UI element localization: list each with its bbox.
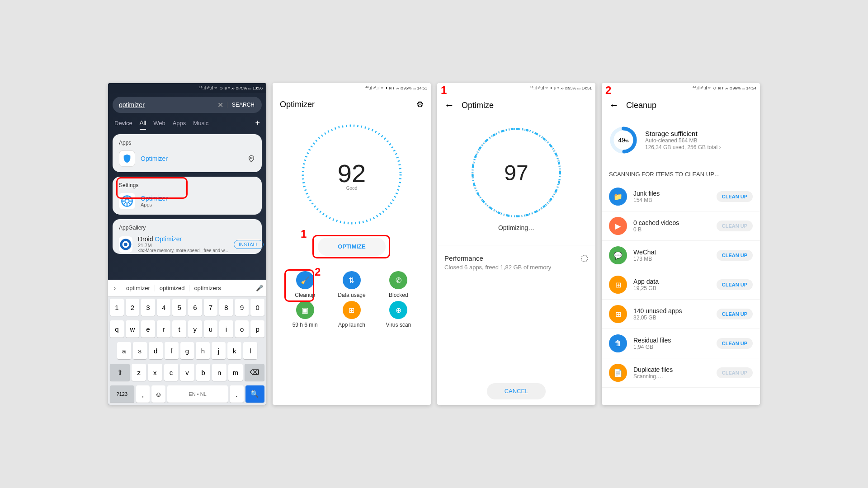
suggestion-expand-icon[interactable]: › <box>108 285 122 291</box>
key-m[interactable]: m <box>228 364 243 381</box>
tab-apps[interactable]: Apps <box>173 117 186 129</box>
cleanup-item-name: Duplicate files <box>633 366 710 373</box>
suggestion-1[interactable]: optimizer <box>122 285 155 291</box>
key-⌫[interactable]: ⌫ <box>245 364 264 381</box>
key-sym[interactable]: ?123 <box>110 385 134 403</box>
suggestion-2[interactable]: optimized <box>155 285 189 291</box>
cleanup-button[interactable]: CLEAN UP <box>717 338 753 349</box>
key-w[interactable]: w <box>126 320 140 338</box>
screen-search: ⁴⁶.ıl ³⁶.ıl ᯤ ⟳ ℕ ⚲ ᨃ ⊡75% ▭ 13:56 optim… <box>108 83 266 405</box>
tool-data-usage[interactable]: ⇅Data usage <box>328 271 375 298</box>
cleanup-item[interactable]: 💬 WeChat 173 MB CLEAN UP <box>602 241 760 270</box>
tool-59-h-6-min[interactable]: ▣59 h 6 min <box>282 301 328 328</box>
key-e[interactable]: e <box>141 320 155 338</box>
key-t[interactable]: t <box>172 320 186 338</box>
tool-icon: ⊞ <box>343 301 361 319</box>
key-9[interactable]: 9 <box>235 299 249 316</box>
key-6[interactable]: 6 <box>188 299 202 316</box>
key-p[interactable]: p <box>250 320 264 338</box>
droid-optimizer-row[interactable]: Droid Optimizer 21.7M <b>More memory, mo… <box>119 235 255 253</box>
key-2[interactable]: 2 <box>126 299 140 316</box>
tab-device[interactable]: Device <box>114 117 132 129</box>
install-button[interactable]: INSTALL <box>234 240 264 249</box>
cleanup-button[interactable]: CLEAN UP <box>717 279 753 290</box>
cleanup-item[interactable]: 📄 Duplicate files Scanning…. CLEAN UP <box>602 358 760 388</box>
cleanup-button[interactable]: CLEAN UP <box>717 309 753 319</box>
key-h[interactable]: h <box>196 342 210 359</box>
key-x[interactable]: x <box>148 364 162 381</box>
key-k[interactable]: k <box>227 342 241 359</box>
key-q[interactable]: q <box>110 320 124 338</box>
key-1[interactable]: 1 <box>110 299 124 316</box>
storage-summary[interactable]: 49% Storage sufficient Auto-cleaned 564 … <box>602 117 760 163</box>
key-o[interactable]: o <box>235 320 249 338</box>
key-d[interactable]: d <box>149 342 163 359</box>
cleanup-item-size: 1,94 GB <box>633 344 710 350</box>
clear-icon[interactable]: ✕ <box>214 101 227 109</box>
key-7[interactable]: 7 <box>204 299 218 316</box>
cleanup-button[interactable]: CLEAN UP <box>717 367 753 378</box>
cleanup-item[interactable]: ⊞ 140 unused apps 32,05 GB CLEAN UP <box>602 300 760 329</box>
key-j[interactable]: j <box>212 342 226 359</box>
key-search[interactable]: 🔍 <box>245 385 264 403</box>
key-f[interactable]: f <box>165 342 179 359</box>
back-arrow-icon[interactable]: ← <box>444 99 454 111</box>
key-row-5: ?123 , ☺ EN • NL . 🔍 <box>108 383 266 405</box>
key-comma[interactable]: , <box>136 385 150 403</box>
search-input[interactable]: optimizer <box>119 101 214 108</box>
optimizer-app-name: Optimizer <box>141 155 168 162</box>
key-u[interactable]: u <box>204 320 218 338</box>
tool-virus-scan[interactable]: ⊕Virus scan <box>375 301 422 328</box>
search-box[interactable]: optimizer ✕ SEARCH <box>113 97 262 113</box>
tab-web[interactable]: Web <box>153 117 165 129</box>
optimizer-app-row[interactable]: Optimizer <box>119 150 255 167</box>
key-l[interactable]: l <box>243 342 257 359</box>
key-y[interactable]: y <box>188 320 202 338</box>
search-button[interactable]: SEARCH <box>227 102 259 108</box>
location-icon[interactable] <box>247 155 255 163</box>
key-5[interactable]: 5 <box>172 299 186 316</box>
tab-music[interactable]: Music <box>193 117 208 129</box>
score-gauge: 92 Good <box>297 120 406 229</box>
key-emoji[interactable]: ☺ <box>151 385 165 403</box>
back-arrow-icon[interactable]: ← <box>609 99 619 111</box>
key-⇧[interactable]: ⇧ <box>110 364 130 381</box>
key-z[interactable]: z <box>132 364 146 381</box>
suggestion-3[interactable]: optimizers <box>189 285 225 291</box>
key-dot[interactable]: . <box>230 385 244 403</box>
chevron-right-icon: › <box>719 144 721 150</box>
cleanup-button[interactable]: CLEAN UP <box>717 221 753 231</box>
key-n[interactable]: n <box>212 364 226 381</box>
key-i[interactable]: i <box>219 320 233 338</box>
cleanup-item[interactable]: 🗑 Residual files 1,94 GB CLEAN UP <box>602 329 760 358</box>
cleanup-button[interactable]: CLEAN UP <box>717 191 753 202</box>
cleanup-item[interactable]: ▶ 0 cached videos 0 B CLEAN UP <box>602 211 760 241</box>
key-space[interactable]: EN • NL <box>167 385 228 403</box>
key-4[interactable]: 4 <box>157 299 171 316</box>
key-g[interactable]: g <box>180 342 194 359</box>
key-0[interactable]: 0 <box>250 299 264 316</box>
key-b[interactable]: b <box>196 364 211 381</box>
tool-icon: ✆ <box>389 271 407 289</box>
gear-icon[interactable]: ⚙ <box>416 99 424 109</box>
cleanup-item[interactable]: ⊞ App data 19,25 GB CLEAN UP <box>602 270 760 300</box>
key-3[interactable]: 3 <box>141 299 155 316</box>
tool-app-launch[interactable]: ⊞App launch <box>328 301 375 328</box>
add-tab-icon[interactable]: + <box>255 118 260 128</box>
tab-all[interactable]: All <box>140 117 146 130</box>
key-a[interactable]: a <box>117 342 131 359</box>
key-v[interactable]: v <box>180 364 194 381</box>
keyboard[interactable]: › optimizer optimized optimizers 🎤 12345… <box>108 280 266 405</box>
key-r[interactable]: r <box>157 320 171 338</box>
tool-icon: ⇅ <box>343 271 361 289</box>
performance-title: Performance <box>444 254 588 262</box>
tool-blocked[interactable]: ✆Blocked <box>375 271 422 298</box>
key-8[interactable]: 8 <box>219 299 233 316</box>
cleanup-button[interactable]: CLEAN UP <box>717 250 753 261</box>
key-s[interactable]: s <box>133 342 147 359</box>
mic-icon[interactable]: 🎤 <box>253 285 266 291</box>
cleanup-item[interactable]: 📁 Junk files 154 MB CLEAN UP <box>602 182 760 211</box>
key-c[interactable]: c <box>164 364 179 381</box>
cancel-button[interactable]: CANCEL <box>487 383 546 399</box>
svg-point-9 <box>472 129 560 216</box>
